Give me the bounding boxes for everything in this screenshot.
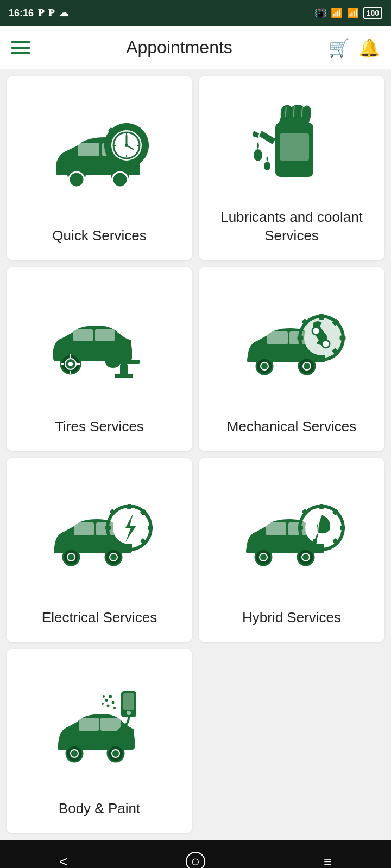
- hybrid-icon: [207, 469, 376, 602]
- electrical-icon: [15, 469, 184, 602]
- svg-point-108: [113, 707, 116, 709]
- svg-rect-40: [267, 331, 288, 344]
- svg-point-17: [125, 144, 128, 147]
- svg-rect-59: [74, 522, 94, 535]
- quick-services-label: Quick Services: [52, 227, 146, 245]
- empty-cell: [199, 649, 384, 833]
- svg-rect-93: [79, 718, 99, 731]
- svg-rect-8: [144, 143, 149, 148]
- tires-label: Tires Services: [55, 418, 144, 436]
- bell-icon[interactable]: 🔔: [358, 37, 380, 58]
- svg-point-80: [302, 553, 310, 561]
- svg-point-107: [102, 703, 104, 705]
- svg-rect-66: [127, 504, 131, 509]
- svg-rect-85: [340, 526, 345, 530]
- svg-rect-100: [123, 693, 134, 710]
- svg-point-101: [127, 711, 131, 715]
- svg-point-0: [69, 172, 84, 187]
- status-left: 16:16 𝐏 𝐏 ☁: [9, 7, 68, 19]
- svg-point-45: [303, 362, 311, 370]
- svg-point-1: [112, 172, 128, 187]
- lubricants-card[interactable]: Lubricants and coolant Services: [199, 76, 384, 260]
- hybrid-label: Hybrid Services: [242, 609, 341, 627]
- svg-point-105: [103, 695, 105, 698]
- svg-rect-7: [104, 143, 109, 148]
- svg-rect-83: [319, 546, 324, 552]
- svg-rect-30: [108, 360, 140, 364]
- page-title: Appointments: [126, 37, 232, 58]
- svg-rect-52: [340, 336, 345, 340]
- electrical-label: Electrical Services: [42, 609, 157, 627]
- back-button[interactable]: <: [59, 853, 67, 869]
- status-cloud: ☁: [59, 7, 68, 19]
- svg-rect-32: [115, 374, 133, 378]
- wifi-icon: 📶: [331, 7, 343, 19]
- svg-rect-67: [127, 546, 131, 552]
- svg-point-92: [313, 539, 317, 543]
- battery-icon: 100: [363, 7, 382, 19]
- cart-icon[interactable]: 🛒: [328, 37, 350, 58]
- svg-point-57: [312, 327, 320, 335]
- svg-rect-22: [280, 133, 309, 161]
- vibrate-icon: 📳: [314, 7, 326, 19]
- svg-point-103: [105, 699, 108, 702]
- signal-icon: 📶: [347, 7, 359, 19]
- svg-point-62: [67, 553, 75, 561]
- svg-rect-82: [319, 504, 324, 509]
- svg-rect-84: [298, 526, 303, 530]
- mechanical-card[interactable]: Mechanical Services: [199, 267, 384, 451]
- services-grid: Quick Services: [0, 69, 391, 840]
- home-button[interactable]: ○: [186, 852, 205, 868]
- svg-rect-5: [124, 123, 129, 128]
- svg-point-102: [109, 695, 112, 698]
- status-right: 📳 📶 📶 100: [314, 7, 382, 19]
- status-p2: 𝐏: [48, 8, 54, 19]
- svg-point-43: [261, 362, 268, 370]
- menu-button[interactable]: [11, 41, 30, 54]
- bottom-navigation: < ○ ≡: [0, 840, 391, 868]
- hybrid-card[interactable]: Hybrid Services: [199, 458, 384, 642]
- tires-icon: [15, 278, 184, 411]
- svg-rect-6: [124, 163, 129, 168]
- svg-point-78: [260, 553, 267, 561]
- status-bar: 16:16 𝐏 𝐏 ☁ 📳 📶 📶 100: [0, 0, 391, 26]
- body-paint-label: Body & Paint: [59, 800, 140, 818]
- svg-point-24: [264, 162, 270, 170]
- svg-rect-68: [105, 526, 111, 530]
- tires-card[interactable]: Tires Services: [7, 267, 192, 451]
- svg-point-23: [254, 149, 262, 161]
- svg-point-106: [107, 705, 110, 707]
- svg-point-96: [71, 750, 78, 757]
- body-paint-icon: [15, 660, 184, 793]
- svg-rect-29: [95, 329, 115, 341]
- status-p1: 𝐏: [38, 8, 44, 19]
- svg-point-104: [112, 701, 115, 704]
- app-header: Appointments 🛒 🔔: [0, 26, 391, 69]
- svg-rect-69: [148, 526, 153, 530]
- status-time: 16:16: [9, 8, 34, 19]
- svg-point-64: [110, 553, 117, 561]
- svg-rect-49: [319, 314, 324, 320]
- svg-point-98: [112, 750, 119, 757]
- svg-point-35: [68, 362, 73, 366]
- lubricants-icon: [207, 87, 376, 202]
- quick-services-icon: [15, 87, 184, 220]
- body-paint-card[interactable]: Body & Paint: [7, 649, 192, 833]
- header-actions: 🛒 🔔: [328, 37, 380, 58]
- svg-rect-50: [319, 356, 324, 362]
- svg-rect-51: [298, 336, 303, 340]
- lubricants-label: Lubricants and coolant Services: [207, 208, 376, 245]
- svg-rect-75: [266, 522, 286, 535]
- menu-button-nav[interactable]: ≡: [324, 853, 332, 869]
- mechanical-icon: [207, 278, 376, 411]
- svg-rect-28: [73, 329, 93, 341]
- svg-rect-2: [78, 143, 99, 156]
- mechanical-label: Mechanical Services: [227, 418, 356, 436]
- svg-rect-94: [100, 718, 121, 731]
- electrical-card[interactable]: Electrical Services: [7, 458, 192, 642]
- svg-rect-31: [120, 364, 128, 375]
- svg-point-58: [322, 340, 330, 348]
- quick-services-card[interactable]: Quick Services: [7, 76, 192, 260]
